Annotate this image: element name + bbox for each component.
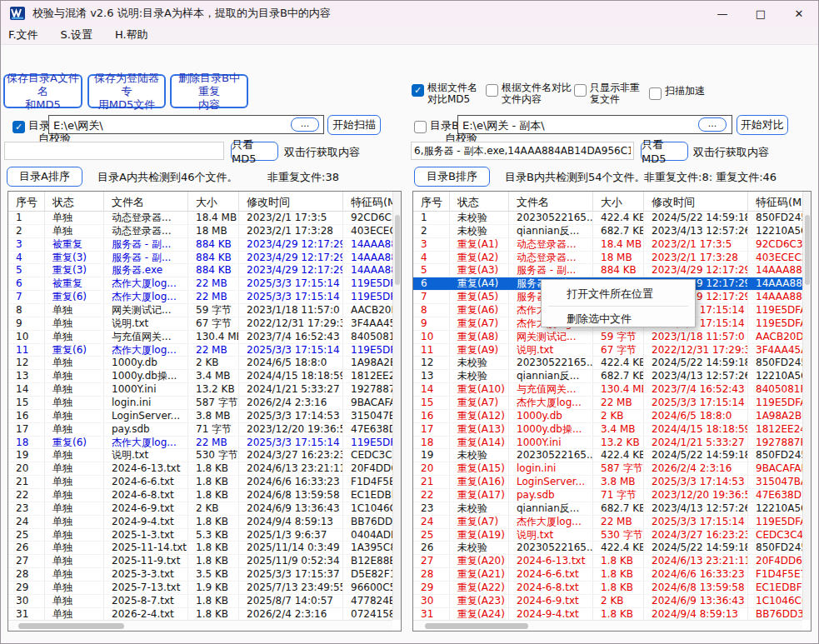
table-cell[interactable]: 2025/7/13 23:49:55 <box>239 582 343 594</box>
table-row[interactable]: 17重复(A13)1000y.db操...3.4 MB2024/4/15 18:… <box>413 423 802 437</box>
table-row[interactable]: 4重复(3)服务器 - 副...884 KB2023/4/29 12:17:29… <box>8 252 392 265</box>
save-launcher-md5-button[interactable]: 保存为登陆器专 用MD5文件 <box>87 74 166 108</box>
table-cell[interactable]: CEDC3C45 <box>748 529 802 542</box>
header-md5[interactable]: 特征码(M <box>748 192 802 211</box>
table-cell[interactable]: 2023/7/4 16:52:43 <box>644 383 748 396</box>
table-cell[interactable]: 1000y.db操... <box>104 370 188 382</box>
table-cell[interactable]: 单独 <box>45 357 104 369</box>
table-cell[interactable]: 2024/5/22 14:59:18 <box>644 449 748 462</box>
table-cell[interactable]: 网关测试记... <box>509 331 593 343</box>
table-cell[interactable]: 重复(A15) <box>450 462 509 475</box>
table-cell[interactable]: 3 <box>8 238 45 251</box>
table-cell[interactable]: 682.7 KB <box>593 502 644 515</box>
table-cell[interactable]: D5E82F18 <box>343 568 392 581</box>
table-cell[interactable]: 3.4 MB <box>188 370 239 382</box>
option-show-unique-only[interactable]: ✓ 只显示非重 复文件 <box>574 82 640 105</box>
delete-dir-b-duplicates-button[interactable]: 删除目录B中重复 内容 <box>170 74 248 108</box>
table-cell[interactable]: 71 字节 <box>188 423 239 436</box>
table-cell[interactable]: EC1EDBFE <box>343 489 392 502</box>
table-cell[interactable]: 14AAA884 <box>748 291 802 303</box>
table-cell[interactable]: 2026/2/4 2:3:16 <box>239 397 343 409</box>
table-cell[interactable]: 23 <box>413 502 450 515</box>
table-cell[interactable]: 23 <box>8 502 45 515</box>
table-cell[interactable]: 682.7 KB <box>593 225 644 237</box>
table-cell[interactable]: 14AAA884 <box>343 238 392 251</box>
table-cell[interactable]: 单独 <box>45 212 104 224</box>
table-cell[interactable]: 2024-6-6.txt <box>509 568 593 581</box>
table-row[interactable]: 21单独2024-6-6.txt1.8 KB2024/6/6 16:33:23F… <box>8 476 392 489</box>
scrollbar-thumb[interactable] <box>425 623 528 629</box>
table-cell[interactable]: 3F4AA45A <box>343 317 392 330</box>
table-cell[interactable]: 2024/6/5 18:8:0 <box>239 357 343 369</box>
table-cell[interactable]: 1.8 KB <box>188 489 239 502</box>
table-cell[interactable]: 10 <box>413 331 450 343</box>
table-cell[interactable]: 2025/3/3 17:15:37 <box>239 568 343 581</box>
table-cell[interactable]: 19 <box>413 449 450 462</box>
table-cell[interactable]: 重复(A7) <box>450 516 509 528</box>
table-cell[interactable]: 2024/5/22 14:59:18 <box>644 542 748 554</box>
table-cell[interactable]: F1D4F5E7 <box>748 568 802 581</box>
table-cell[interactable]: 884 KB <box>188 252 239 264</box>
table-cell[interactable]: 21 <box>8 476 45 488</box>
table-cell[interactable]: 重复(A20) <box>450 555 509 567</box>
table-cell[interactable]: 动态登录器... <box>509 252 593 264</box>
table-row[interactable]: 1单独动态登录器...18.4 MB2023/2/1 17:3:592CD6C3… <box>8 212 392 225</box>
dir-b-browse-button[interactable]: ... <box>698 117 727 132</box>
table-cell[interactable]: 2023/1/18 11:57:0 <box>239 304 343 317</box>
table-cell[interactable]: 2025-1-3.txt <box>104 529 188 542</box>
table-row[interactable]: 12单独1000y.db2 KB2024/6/5 18:8:01A98A2B0 <box>8 357 392 370</box>
table-row[interactable]: 21重复(A16)LoginServer...3.8 MB2025/3/3 17… <box>413 476 802 489</box>
table-cell[interactable]: F1D4F5E7 <box>343 476 392 488</box>
table-cell[interactable]: 7 <box>413 291 450 303</box>
table-cell[interactable]: LoginServer... <box>104 410 188 422</box>
table-cell[interactable]: 587 字节 <box>593 462 644 475</box>
table-cell[interactable]: 28 <box>413 568 450 581</box>
table-cell[interactable]: 1000Y.ini <box>509 437 593 449</box>
table-cell[interactable]: 6 <box>413 277 450 290</box>
table-row[interactable]: 10单独与充值网关...130.4 MB2023/7/4 16:52:43840… <box>8 331 392 344</box>
table-cell[interactable]: 2025/3/3 17:15:14 <box>239 344 343 357</box>
checkbox-icon[interactable]: ✓ <box>412 84 424 97</box>
table-cell[interactable]: 重复(A12) <box>450 410 509 422</box>
table-cell[interactable]: 说明.txt <box>509 529 593 542</box>
table-row[interactable]: 19未校验20230522165...422.4 KB2024/5/22 14:… <box>413 449 802 462</box>
table-cell[interactable]: 530 字节 <box>593 529 644 542</box>
table-cell[interactable]: 重复(A16) <box>450 476 509 488</box>
table-cell[interactable]: 2 KB <box>188 502 239 515</box>
header-size[interactable]: 大小 <box>188 192 239 211</box>
table-cell[interactable]: 2024/3/27 16:23:23 <box>644 529 748 542</box>
table-cell[interactable]: 重复(A19) <box>450 529 509 542</box>
table-cell[interactable]: 重复(A14) <box>450 437 509 449</box>
table-cell[interactable]: 被重复 <box>45 277 104 290</box>
table-cell[interactable]: qiannian反... <box>509 225 593 237</box>
table-cell[interactable]: 12210A56 <box>748 370 802 382</box>
table-cell[interactable]: 与充值网关... <box>509 383 593 396</box>
table-row[interactable]: 23未校验qiannian反...682.7 KB2023/4/13 12:57… <box>413 502 802 516</box>
table-cell[interactable]: 1.8 KB <box>188 462 239 475</box>
table-cell[interactable]: 单独 <box>45 225 104 237</box>
close-button[interactable]: ✕ <box>780 1 818 26</box>
table-cell[interactable]: 20 <box>8 462 45 475</box>
table-cell[interactable]: 杰作大厦log... <box>104 437 188 449</box>
table-cell[interactable]: 5 <box>413 264 450 277</box>
table-cell[interactable]: 16 <box>413 410 450 422</box>
table-cell[interactable]: 2024-9-4.txt <box>104 516 188 528</box>
table-cell[interactable]: 2024-6-6.txt <box>104 476 188 488</box>
table-cell[interactable]: 2024-9-4.txt <box>509 608 593 620</box>
table-cell[interactable]: 未校验 <box>450 449 509 462</box>
minimize-button[interactable]: — <box>703 1 742 26</box>
table-cell[interactable]: 2025/3/3 17:14:53 <box>239 410 343 422</box>
table-cell[interactable]: 20 <box>413 462 450 475</box>
table-cell[interactable]: 重复(A10) <box>450 383 509 396</box>
table-cell[interactable]: 47E638D7 <box>748 489 802 502</box>
table-cell[interactable]: 8 <box>8 304 45 317</box>
table-cell[interactable]: 重复(A24) <box>450 608 509 620</box>
table-cell[interactable]: 单独 <box>45 410 104 422</box>
table-cell[interactable]: 30 <box>8 595 45 607</box>
table-cell[interactable]: 1A98A2B0 <box>748 410 802 422</box>
table-cell[interactable]: 20230522165... <box>509 212 593 224</box>
save-dir-a-md5-button[interactable]: 保存目录A文件名 和MD5 <box>3 74 82 108</box>
table-cell[interactable]: 重复(A23) <box>450 595 509 607</box>
table-cell[interactable]: 重复(A7) <box>450 317 509 330</box>
table-cell[interactable]: EC1EDBFE <box>748 582 802 594</box>
